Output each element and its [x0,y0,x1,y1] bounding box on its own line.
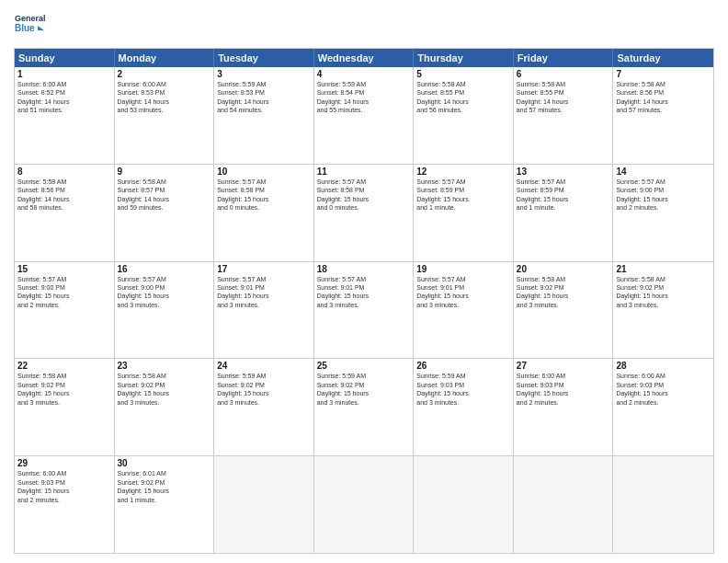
calendar-cell: 11Sunrise: 5:57 AM Sunset: 8:58 PM Dayli… [314,165,415,261]
calendar-cell: 27Sunrise: 6:00 AM Sunset: 9:03 PM Dayli… [514,359,614,455]
calendar-cell: 30Sunrise: 6:01 AM Sunset: 9:02 PM Dayli… [115,456,215,553]
day-info: Sunrise: 5:57 AM Sunset: 9:00 PM Dayligh… [118,275,211,310]
calendar-cell: 24Sunrise: 5:59 AM Sunset: 9:02 PM Dayli… [214,359,314,455]
day-number: 18 [317,264,411,274]
calendar-row: 8Sunrise: 5:58 AM Sunset: 8:56 PM Daylig… [15,165,713,262]
day-number: 25 [317,361,411,371]
day-number: 20 [517,264,610,274]
day-number: 3 [217,69,311,79]
weekday-header: Monday [115,49,215,67]
calendar-cell: 6Sunrise: 5:58 AM Sunset: 8:55 PM Daylig… [514,67,614,164]
day-info: Sunrise: 5:59 AM Sunset: 9:02 PM Dayligh… [217,372,311,407]
weekday-header: Thursday [414,49,514,67]
day-info: Sunrise: 5:59 AM Sunset: 9:02 PM Dayligh… [317,372,411,407]
calendar-row: 1Sunrise: 6:00 AM Sunset: 8:52 PM Daylig… [15,67,713,165]
calendar-cell [214,456,314,553]
calendar-cell: 19Sunrise: 5:57 AM Sunset: 9:01 PM Dayli… [414,262,514,359]
calendar-cell: 3Sunrise: 5:59 AM Sunset: 8:53 PM Daylig… [214,67,314,164]
day-info: Sunrise: 5:57 AM Sunset: 8:58 PM Dayligh… [317,178,411,213]
calendar-cell: 15Sunrise: 5:57 AM Sunset: 9:00 PM Dayli… [15,262,115,359]
calendar-cell: 9Sunrise: 5:58 AM Sunset: 8:57 PM Daylig… [115,165,215,261]
day-info: Sunrise: 5:57 AM Sunset: 9:01 PM Dayligh… [317,275,411,310]
day-info: Sunrise: 6:00 AM Sunset: 8:53 PM Dayligh… [118,80,211,115]
calendar-header: SundayMondayTuesdayWednesdayThursdayFrid… [15,49,713,67]
calendar-cell: 10Sunrise: 5:57 AM Sunset: 8:58 PM Dayli… [214,165,314,261]
svg-text:General: General [15,14,46,23]
day-number: 19 [416,264,510,274]
day-number: 17 [217,264,311,274]
day-number: 6 [517,69,610,79]
page-header: General Blue [14,9,714,42]
logo: General Blue [14,9,47,42]
day-number: 23 [118,361,211,371]
calendar-cell: 7Sunrise: 5:58 AM Sunset: 8:56 PM Daylig… [613,67,713,164]
day-info: Sunrise: 5:57 AM Sunset: 8:59 PM Dayligh… [517,178,610,213]
calendar-cell [414,456,514,553]
calendar-cell: 25Sunrise: 5:59 AM Sunset: 9:02 PM Dayli… [314,359,415,455]
day-info: Sunrise: 5:58 AM Sunset: 8:57 PM Dayligh… [118,178,211,213]
day-info: Sunrise: 5:57 AM Sunset: 8:58 PM Dayligh… [217,178,311,213]
day-info: Sunrise: 5:57 AM Sunset: 9:00 PM Dayligh… [616,178,711,213]
calendar-cell: 2Sunrise: 6:00 AM Sunset: 8:53 PM Daylig… [115,67,215,164]
calendar-cell: 8Sunrise: 5:58 AM Sunset: 8:56 PM Daylig… [15,165,115,261]
day-number: 10 [217,167,311,177]
calendar-cell: 5Sunrise: 5:58 AM Sunset: 8:55 PM Daylig… [414,67,514,164]
calendar-cell: 4Sunrise: 5:59 AM Sunset: 8:54 PM Daylig… [314,67,415,164]
day-number: 30 [118,458,211,468]
day-info: Sunrise: 5:58 AM Sunset: 8:55 PM Dayligh… [416,80,510,115]
day-number: 28 [616,361,711,371]
calendar-cell: 20Sunrise: 5:58 AM Sunset: 9:02 PM Dayli… [514,262,614,359]
day-number: 5 [416,69,510,79]
day-info: Sunrise: 5:58 AM Sunset: 9:02 PM Dayligh… [17,372,111,407]
day-number: 11 [317,167,411,177]
calendar-cell: 21Sunrise: 5:58 AM Sunset: 9:02 PM Dayli… [613,262,713,359]
day-number: 16 [118,264,211,274]
calendar-cell: 23Sunrise: 5:58 AM Sunset: 9:02 PM Dayli… [115,359,215,455]
weekday-header: Tuesday [214,49,314,67]
calendar-cell: 18Sunrise: 5:57 AM Sunset: 9:01 PM Dayli… [314,262,415,359]
weekday-header: Friday [514,49,614,67]
day-info: Sunrise: 5:58 AM Sunset: 8:56 PM Dayligh… [616,80,711,115]
day-info: Sunrise: 6:00 AM Sunset: 8:52 PM Dayligh… [17,80,111,115]
day-number: 12 [416,167,510,177]
day-info: Sunrise: 5:59 AM Sunset: 8:54 PM Dayligh… [317,80,411,115]
day-number: 2 [118,69,211,79]
day-info: Sunrise: 6:00 AM Sunset: 9:03 PM Dayligh… [17,469,111,504]
day-number: 13 [517,167,610,177]
day-info: Sunrise: 6:01 AM Sunset: 9:02 PM Dayligh… [118,469,211,504]
calendar-cell: 22Sunrise: 5:58 AM Sunset: 9:02 PM Dayli… [15,359,115,455]
day-number: 26 [416,361,510,371]
day-number: 14 [616,167,711,177]
day-number: 22 [17,361,111,371]
day-number: 27 [517,361,610,371]
day-number: 24 [217,361,311,371]
day-number: 29 [17,458,111,468]
calendar-cell: 13Sunrise: 5:57 AM Sunset: 8:59 PM Dayli… [514,165,614,261]
day-number: 9 [118,167,211,177]
weekday-header: Sunday [15,49,115,67]
calendar-cell: 26Sunrise: 5:59 AM Sunset: 9:03 PM Dayli… [414,359,514,455]
day-info: Sunrise: 5:58 AM Sunset: 9:02 PM Dayligh… [616,275,711,310]
calendar-cell: 28Sunrise: 6:00 AM Sunset: 9:03 PM Dayli… [613,359,713,455]
calendar-body: 1Sunrise: 6:00 AM Sunset: 8:52 PM Daylig… [15,67,713,553]
day-info: Sunrise: 5:59 AM Sunset: 9:03 PM Dayligh… [416,372,510,407]
day-info: Sunrise: 5:58 AM Sunset: 9:02 PM Dayligh… [118,372,211,407]
day-info: Sunrise: 5:57 AM Sunset: 8:59 PM Dayligh… [416,178,510,213]
calendar-cell: 14Sunrise: 5:57 AM Sunset: 9:00 PM Dayli… [613,165,713,261]
day-info: Sunrise: 5:57 AM Sunset: 9:00 PM Dayligh… [17,275,111,310]
day-number: 4 [317,69,411,79]
calendar-cell: 17Sunrise: 5:57 AM Sunset: 9:01 PM Dayli… [214,262,314,359]
calendar-cell: 29Sunrise: 6:00 AM Sunset: 9:03 PM Dayli… [15,456,115,553]
calendar: SundayMondayTuesdayWednesdayThursdayFrid… [14,48,714,554]
day-info: Sunrise: 5:58 AM Sunset: 8:56 PM Dayligh… [17,178,111,213]
day-info: Sunrise: 5:58 AM Sunset: 9:02 PM Dayligh… [517,275,610,310]
calendar-cell [514,456,614,553]
calendar-row: 22Sunrise: 5:58 AM Sunset: 9:02 PM Dayli… [15,359,713,456]
calendar-row: 15Sunrise: 5:57 AM Sunset: 9:00 PM Dayli… [15,262,713,360]
day-info: Sunrise: 5:57 AM Sunset: 9:01 PM Dayligh… [217,275,311,310]
calendar-row: 29Sunrise: 6:00 AM Sunset: 9:03 PM Dayli… [15,456,713,553]
day-info: Sunrise: 5:57 AM Sunset: 9:01 PM Dayligh… [416,275,510,310]
weekday-header: Wednesday [314,49,415,67]
day-number: 15 [17,264,111,274]
day-number: 8 [17,167,111,177]
